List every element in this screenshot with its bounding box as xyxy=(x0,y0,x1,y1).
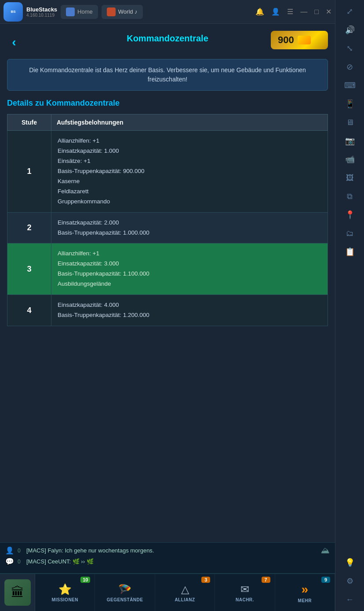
row-3-content: Allianzhilfen: +1 Einsatzkapazität: 3.00… xyxy=(51,243,328,294)
col-rewards-header: Aufstiegsbelohnungen xyxy=(51,114,328,130)
tab-game-label: World ♪ xyxy=(118,8,138,15)
row-3-stufe: 3 xyxy=(7,243,51,294)
row-2-content: Einsatzkapazität: 2.000 Basis-Truppenkap… xyxy=(51,213,328,243)
maximize-button[interactable]: □ xyxy=(314,8,319,16)
chat-text-2: [MACS] CeeUNT: 🌿 ›› 🌿 xyxy=(26,558,94,565)
back-icon[interactable]: ← xyxy=(342,592,358,607)
app-title: BlueStacks xyxy=(26,6,57,13)
mobile-icon[interactable]: 📱 xyxy=(342,96,358,112)
row-1-stufe: 1 xyxy=(7,131,51,212)
tab-home-label: Home xyxy=(77,8,93,15)
video-icon[interactable]: 📹 xyxy=(342,151,358,167)
nachrichten-badge: 7 xyxy=(262,577,270,583)
col-stufe-header: Stufe xyxy=(7,114,51,130)
building-thumbnail: 🏛 xyxy=(0,574,35,611)
person-icon: 👤 xyxy=(5,546,14,555)
right-sidebar: ⤢ 🔊 ⤡ ⊘ ⌨ 📱 🖥 📷 📹 🖼 ⧉ 📍 🗂 📋 💡 ⚙ ← xyxy=(335,0,364,611)
light-icon[interactable]: 💡 xyxy=(342,555,358,571)
row-2-stufe: 2 xyxy=(7,213,51,243)
table-row: 3 Allianzhilfen: +1 Einsatzkapazität: 3.… xyxy=(7,243,328,295)
gold-icon xyxy=(298,36,311,44)
row-4-content: Einsatzkapazität: 4.000 Basis-Truppenkap… xyxy=(51,295,328,326)
chat-bar: 👤 0 [MACS] Falyn: Ich gehe nur wochentag… xyxy=(0,542,335,573)
allianz-label: ALLIANZ xyxy=(175,597,195,602)
signal-icon: ⛰ xyxy=(321,545,330,556)
window-controls: 🔔 👤 ☰ — □ ✕ xyxy=(255,7,331,16)
nav-item-allianz[interactable]: 3 △ ALLIANZ xyxy=(155,574,215,611)
tab-home[interactable]: Home xyxy=(61,5,98,19)
block-icon[interactable]: ⊘ xyxy=(342,59,358,75)
missionen-icon: ⭐ xyxy=(58,583,72,596)
chat-text-1: [MACS] Falyn: Ich gehe nur wochentags mo… xyxy=(26,547,154,554)
shrink-icon[interactable]: ⤡ xyxy=(342,40,358,56)
table-row: 1 Allianzhilfen: +1 Einsatzkapazität: 1.… xyxy=(7,131,328,213)
app-name-block: BlueStacks 4.160.10.1119 xyxy=(26,6,57,18)
minimize-button[interactable]: — xyxy=(300,8,307,16)
table-header: Stufe Aufstiegsbelohnungen xyxy=(7,114,328,131)
home-tab-icon xyxy=(66,7,75,16)
gegenstaende-label: GEGENSTÄNDE xyxy=(107,597,143,602)
mehr-badge: 9 xyxy=(321,577,330,583)
settings-icon[interactable]: ⚙ xyxy=(342,573,358,589)
chat-counter-1: 0 xyxy=(18,548,23,554)
mehr-icon: » xyxy=(302,582,309,596)
profile-icon[interactable]: 👤 xyxy=(271,7,280,16)
table-row: 4 Einsatzkapazität: 4.000 Basis-Truppenk… xyxy=(7,295,328,326)
chat-line-2: 💬 0 [MACS] CeeUNT: 🌿 ›› 🌿 xyxy=(5,557,330,566)
gold-display: 900 xyxy=(271,31,328,49)
building-image: 🏛 xyxy=(4,579,31,606)
section-header: Details zu Kommandozentrale xyxy=(7,99,120,108)
nachrichten-icon: ✉ xyxy=(240,583,249,596)
close-button[interactable]: ✕ xyxy=(326,7,331,16)
chat-line-1: 👤 0 [MACS] Falyn: Ich gehe nur wochentag… xyxy=(5,545,330,556)
nav-item-missionen[interactable]: 10 ⭐ MISSIONEN xyxy=(35,574,95,611)
location-icon[interactable]: 📍 xyxy=(342,207,358,223)
display-icon[interactable]: 🖥 xyxy=(342,114,358,130)
bottom-nav: 🏛 10 ⭐ MISSIONEN 🪂 GEGENSTÄNDE 3 △ ALLIA… xyxy=(0,573,335,611)
nav-item-nachrichten[interactable]: 7 ✉ NACHR. xyxy=(215,574,275,611)
sound-icon[interactable]: 🔊 xyxy=(342,22,358,38)
page-title: Kommandozentrale xyxy=(127,33,208,44)
rewards-table: Stufe Aufstiegsbelohnungen 1 Allianzhilf… xyxy=(7,114,328,326)
clipboard-icon[interactable]: 📋 xyxy=(342,244,358,260)
gold-amount: 900 xyxy=(278,34,294,46)
game-tab-icon xyxy=(107,7,116,16)
nachrichten-label: NACHR. xyxy=(236,597,254,602)
gegenstaende-icon: 🪂 xyxy=(118,583,131,596)
table-row: 2 Einsatzkapazität: 2.000 Basis-Truppenk… xyxy=(7,213,328,244)
game-area: ‹ Kommandozentrale 900 Die Kommandozentr… xyxy=(0,24,335,611)
bluestacks-logo: BS xyxy=(4,2,23,22)
row-4-stufe: 4 xyxy=(7,295,51,326)
layers-icon[interactable]: ⧉ xyxy=(342,188,358,204)
chat-counter-2: 0 xyxy=(18,559,23,565)
app-version: 4.160.10.1119 xyxy=(26,13,57,18)
menu-icon[interactable]: ☰ xyxy=(287,7,293,16)
allianz-badge: 3 xyxy=(201,577,210,583)
description-text: Die Kommandozentrale ist das Herz deiner… xyxy=(29,66,306,83)
files-icon[interactable]: 🗂 xyxy=(342,225,358,241)
expand-icon[interactable]: ⤢ xyxy=(342,4,358,19)
topbar: BS BlueStacks 4.160.10.1119 Home World ♪… xyxy=(0,0,335,24)
nav-item-mehr[interactable]: 9 » MEHR xyxy=(275,574,335,611)
keyboard-icon[interactable]: ⌨ xyxy=(342,77,358,93)
nav-item-gegenstaende[interactable]: 🪂 GEGENSTÄNDE xyxy=(95,574,155,611)
missionen-badge: 10 xyxy=(80,577,90,583)
section-title: Details zu Kommandozentrale xyxy=(7,99,120,107)
gallery-icon[interactable]: 🖼 xyxy=(342,170,358,186)
camera-icon[interactable]: 📷 xyxy=(342,133,358,149)
chat-bubble-icon: 💬 xyxy=(5,557,14,566)
description-box: Die Kommandozentrale ist das Herz deiner… xyxy=(7,59,328,91)
tab-game[interactable]: World ♪ xyxy=(102,5,143,19)
row-1-content: Allianzhilfen: +1 Einsatzkapazität: 1.00… xyxy=(51,131,328,212)
allianz-icon: △ xyxy=(181,583,189,596)
mehr-label: MEHR xyxy=(298,598,312,603)
notification-icon[interactable]: 🔔 xyxy=(255,7,264,16)
missionen-label: MISSIONEN xyxy=(51,597,78,602)
